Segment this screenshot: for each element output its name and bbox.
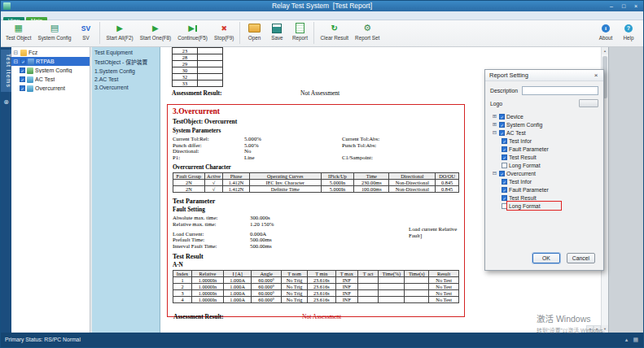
checkbox[interactable]: ✓: [20, 67, 25, 73]
tree-item-ac-test[interactable]: ✓AC Test: [11, 75, 90, 84]
report-option-overcurrent[interactable]: ⊟✓Overcurrent: [490, 169, 598, 177]
tree-item-overcurrent[interactable]: ✓Overcurrent: [11, 84, 90, 93]
report-option-system-config[interactable]: ⊞✓System Config: [490, 120, 598, 128]
table-cell: 23.616s: [308, 297, 335, 303]
param-label: C1/Sampoint:: [342, 154, 419, 161]
toolbar-button-help[interactable]: Help: [617, 21, 640, 46]
toolbar-button-label: Report Set: [355, 35, 379, 41]
checkbox[interactable]: [502, 163, 507, 168]
nav-item-testobject[interactable]: TestObject - 保护装置: [92, 56, 160, 67]
toolbar-button-sv[interactable]: SV: [74, 21, 97, 46]
tree-item-system-config[interactable]: ✓System Config: [11, 66, 90, 75]
close-icon[interactable]: [591, 72, 601, 80]
side-tab-strip: Test Items: [1, 47, 11, 333]
table-cell: 23: [173, 48, 198, 54]
tree-expander-icon[interactable]: ⊟: [492, 129, 497, 136]
nav-item-2-ac-test[interactable]: 2.AC Test: [92, 75, 160, 83]
assessment-label: Assessment Result:: [173, 313, 302, 320]
cancel-button[interactable]: Cancel: [567, 253, 595, 263]
tree-item-label: Overcurrent: [506, 171, 536, 176]
tree-expander-icon[interactable]: ⊟: [13, 50, 19, 56]
report-option-device[interactable]: ⊞✓Device: [490, 112, 598, 120]
toolbar-button-about[interactable]: About: [594, 21, 617, 46]
checkbox[interactable]: ✓: [502, 195, 507, 201]
logo-browse-button[interactable]: [579, 99, 598, 107]
panel-splitter[interactable]: [90, 47, 92, 333]
tree-root-label: Fcz: [28, 50, 37, 55]
description-input[interactable]: [522, 86, 598, 95]
report-option-test-result[interactable]: ✓Test Result: [490, 153, 598, 161]
status-text: Primary Status: RS/PC Normal: [5, 333, 81, 347]
maximize-icon[interactable]: [618, 2, 629, 11]
scroll-up-icon[interactable]: [602, 47, 608, 54]
toolbar-button-report-set[interactable]: Report Set: [352, 21, 383, 46]
about-icon: [598, 22, 613, 34]
report-option-long-format[interactable]: Long Format: [490, 161, 598, 169]
nav-item-3-overcurrent[interactable]: 3.Overcurrent: [92, 83, 160, 91]
windows-activation-watermark: 激活 Windows 转到“设置”以激活 Windows。: [537, 312, 608, 334]
report-option-test-infor[interactable]: ✓Test Infor: [490, 137, 598, 145]
testobject-line: TestObject: Overcurrent: [173, 118, 459, 125]
collapse-panel-icon[interactable]: [1, 98, 11, 106]
table-cell: 60.000°: [252, 277, 282, 284]
panel-grid-icon[interactable]: [633, 333, 638, 347]
toolbar-button-save[interactable]: Save: [265, 21, 288, 46]
help-icon: [621, 22, 636, 34]
ok-button[interactable]: OK: [532, 253, 560, 263]
open-icon: [247, 22, 261, 34]
checkbox[interactable]: ✓: [502, 187, 507, 193]
checkbox[interactable]: ✓: [499, 130, 505, 136]
checkbox[interactable]: ✓: [20, 76, 25, 82]
tree-item-rtpab[interactable]: ⊟✓RTPAB: [11, 57, 90, 66]
checkbox[interactable]: ✓: [20, 59, 26, 64]
close-icon[interactable]: [630, 2, 642, 11]
checkbox[interactable]: ✓: [502, 138, 507, 144]
checkbox[interactable]: ✓: [499, 114, 505, 120]
phase-label: A-N: [173, 262, 459, 268]
report-option-test-infor[interactable]: ✓Test Infor: [490, 177, 598, 185]
dialog-title-bar[interactable]: Report Setting: [485, 70, 603, 81]
toolbar-button-clear-result[interactable]: Clear Result: [317, 21, 352, 46]
nav-item-1-system-config[interactable]: 1.System Config: [92, 67, 160, 75]
param-value: No: [244, 148, 342, 154]
tree-root[interactable]: ⊟Fcz: [11, 48, 90, 57]
param-label: Current Tol:Abs:: [342, 136, 419, 142]
minimize-icon[interactable]: [606, 2, 617, 11]
table-cell: 28: [173, 54, 198, 61]
checkbox[interactable]: [502, 203, 507, 209]
checkbox[interactable]: ✓: [502, 179, 507, 185]
toolbar-button-label: Help: [624, 35, 634, 41]
checkbox[interactable]: ✓: [499, 171, 505, 176]
toolbar-button-open[interactable]: Open: [243, 21, 265, 46]
checkbox[interactable]: ✓: [502, 146, 507, 152]
nav-item-test-equipment[interactable]: Test Equipment: [92, 48, 160, 56]
tree-expander-icon[interactable]: ⊞: [492, 113, 497, 120]
chevron-up-icon[interactable]: [625, 333, 629, 347]
table-cell: No Trig: [282, 290, 308, 297]
toolbar-button-start-all-f2[interactable]: Start All(F2): [103, 21, 136, 46]
toolbar-button-stop-f9[interactable]: Stop(F9): [211, 21, 238, 46]
report-option-ac-test[interactable]: ⊟✓AC Test: [490, 128, 598, 137]
toolbar-button-start-one-f8[interactable]: Start One(F8): [137, 21, 175, 46]
toolbar-button-test-object[interactable]: Test Object: [2, 21, 35, 46]
window-controls: [606, 2, 642, 11]
checkbox[interactable]: ✓: [499, 122, 505, 128]
toolbar-button-label: Start One(F8): [140, 35, 172, 41]
system-parameters-heading: System Parameters: [173, 128, 459, 134]
side-tab-test-items[interactable]: Test Items: [1, 50, 11, 92]
toolbar-button-report[interactable]: Report: [288, 21, 311, 46]
toolbar-button-system-config[interactable]: System Config: [35, 21, 75, 46]
column-header: Index: [173, 271, 192, 277]
toolbar-button-label: Clear Result: [320, 35, 348, 41]
tree-expander-icon[interactable]: ⊟: [492, 170, 497, 176]
report-option-fault-parameter[interactable]: ✓Fault Parameter: [490, 145, 598, 153]
param-value: 500.00ms: [250, 243, 272, 250]
report-option-long-format[interactable]: Long Format: [490, 202, 598, 210]
checkbox[interactable]: ✓: [502, 154, 507, 160]
toolbar-button-continue-f5[interactable]: Continue(F5): [174, 21, 211, 46]
report-option-fault-parameter[interactable]: ✓Fault Parameter: [490, 185, 598, 194]
tree-expander-icon[interactable]: ⊞: [492, 121, 497, 128]
tree-item-label: AC Test: [506, 130, 526, 136]
tree-expander-icon[interactable]: ⊟: [13, 59, 19, 65]
checkbox[interactable]: ✓: [20, 85, 25, 91]
